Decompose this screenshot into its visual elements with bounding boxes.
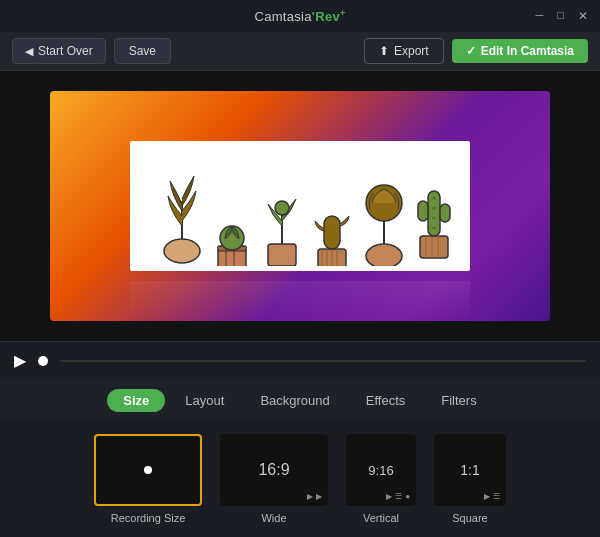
timeline-track[interactable] (60, 360, 586, 362)
tab-layout[interactable]: Layout (169, 389, 240, 412)
vertical-icon-3: ● (405, 492, 410, 501)
start-over-button[interactable]: ◀ Start Over (12, 38, 106, 64)
size-card-recording-inner (94, 434, 202, 506)
size-card-vertical-label: Vertical (363, 512, 399, 524)
export-label: Export (394, 44, 429, 58)
vertical-icon-1: ▶ (386, 492, 392, 501)
size-options: Recording Size 16:9 ▶ ▶ Wide 9:16 ▶ ☰ ● … (0, 420, 600, 537)
close-button[interactable]: ✕ (578, 9, 588, 23)
size-card-vertical[interactable]: 9:16 ▶ ☰ ● Vertical (346, 434, 416, 524)
square-icon-1: ▶ (484, 492, 490, 501)
svg-point-28 (433, 217, 436, 220)
tab-background[interactable]: Background (244, 389, 345, 412)
svg-rect-25 (440, 204, 450, 222)
svg-point-29 (433, 227, 436, 230)
svg-point-27 (433, 207, 436, 210)
square-ratio: 1:1 (460, 462, 479, 478)
app-title-accent: 'Rev (312, 9, 340, 24)
start-over-label: Start Over (38, 44, 93, 58)
vertical-icon-2: ☰ (395, 492, 402, 501)
checkmark-icon: ✓ (466, 44, 476, 58)
export-icon: ⬆ (379, 44, 389, 58)
size-card-square-inner: 1:1 ▶ ☰ (434, 434, 506, 506)
wide-ratio: 16:9 (258, 461, 289, 479)
minimize-button[interactable]: ─ (536, 9, 544, 23)
tab-size[interactable]: Size (107, 389, 165, 412)
size-card-wide[interactable]: 16:9 ▶ ▶ Wide (220, 434, 328, 524)
edit-in-camtasia-button[interactable]: ✓ Edit In Camtasia (452, 39, 588, 63)
export-button[interactable]: ⬆ Export (364, 38, 444, 64)
save-button[interactable]: Save (114, 38, 171, 64)
wide-icon-2: ▶ (316, 492, 322, 501)
toolbar: ◀ Start Over Save ⬆ Export ✓ Edit In Cam… (0, 32, 600, 71)
titlebar: Camtasia'Rev+ ─ □ ✕ (0, 0, 600, 32)
vertical-ratio: 9:16 (368, 463, 393, 478)
vertical-icons: ▶ ☰ ● (386, 492, 410, 501)
window-controls[interactable]: ─ □ ✕ (536, 9, 588, 23)
save-label: Save (129, 44, 156, 58)
tab-filters[interactable]: Filters (425, 389, 492, 412)
wide-icon-1: ▶ (307, 492, 313, 501)
preview-canvas (50, 91, 550, 321)
size-card-vertical-inner: 9:16 ▶ ☰ ● (346, 434, 416, 506)
svg-point-16 (366, 244, 402, 266)
recording-dot (144, 466, 152, 474)
svg-point-26 (433, 197, 436, 200)
back-arrow-icon: ◀ (25, 45, 33, 58)
toolbar-right: ⬆ Export ✓ Edit In Camtasia (364, 38, 588, 64)
size-card-recording-label: Recording Size (111, 512, 186, 524)
preview-reflection (130, 281, 470, 321)
square-icons: ▶ ☰ (484, 492, 500, 501)
size-card-wide-label: Wide (261, 512, 286, 524)
svg-rect-24 (418, 201, 428, 221)
svg-point-0 (164, 239, 200, 263)
tab-effects[interactable]: Effects (350, 389, 422, 412)
size-card-square-label: Square (452, 512, 487, 524)
preview-area (0, 71, 600, 341)
playback-bar: ▶ (0, 341, 600, 379)
preview-white-card (130, 141, 470, 271)
size-card-wide-inner: 16:9 ▶ ▶ (220, 434, 328, 506)
svg-rect-15 (324, 216, 340, 249)
plants-illustration (140, 146, 460, 266)
app-title: Camtasia'Rev+ (254, 8, 345, 24)
restore-button[interactable]: □ (557, 9, 564, 23)
timeline-cursor[interactable] (38, 356, 48, 366)
wide-icons: ▶ ▶ (307, 492, 322, 501)
svg-rect-19 (420, 236, 448, 258)
edit-camtasia-label: Edit In Camtasia (481, 44, 574, 58)
play-button[interactable]: ▶ (14, 351, 26, 370)
svg-rect-7 (268, 244, 296, 266)
svg-point-9 (275, 201, 289, 215)
size-card-recording[interactable]: Recording Size (94, 434, 202, 524)
size-card-square[interactable]: 1:1 ▶ ☰ Square (434, 434, 506, 524)
tabs-area: Size Layout Background Effects Filters (0, 379, 600, 420)
square-icon-2: ☰ (493, 492, 500, 501)
